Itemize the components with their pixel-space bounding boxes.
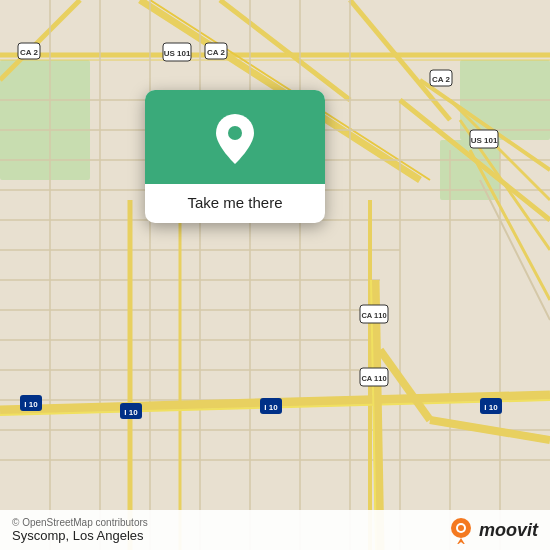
svg-text:I 10: I 10: [484, 403, 498, 412]
take-me-there-button[interactable]: Take me there: [187, 194, 282, 211]
svg-text:CA 2: CA 2: [432, 75, 450, 84]
svg-text:CA 110: CA 110: [361, 374, 386, 383]
map-background: US 101 CA 2 CA 2 CA 2 US 101 I 10 I 10 I…: [0, 0, 550, 550]
moovit-logo[interactable]: moovit: [447, 516, 538, 544]
map-pin-icon: [213, 112, 257, 166]
svg-text:I 10: I 10: [24, 400, 38, 409]
moovit-brand-text: moovit: [479, 520, 538, 541]
svg-rect-1: [0, 60, 90, 180]
moovit-icon: [447, 516, 475, 544]
popup-label[interactable]: Take me there: [145, 184, 325, 223]
svg-text:CA 110: CA 110: [361, 311, 386, 320]
bottom-bar: © OpenStreetMap contributors Syscomp, Lo…: [0, 510, 550, 550]
location-popup: Take me there: [145, 90, 325, 223]
svg-point-74: [458, 525, 464, 531]
svg-text:US 101: US 101: [164, 49, 191, 58]
map-container: US 101 CA 2 CA 2 CA 2 US 101 I 10 I 10 I…: [0, 0, 550, 550]
popup-header: [145, 90, 325, 184]
svg-text:CA 2: CA 2: [20, 48, 38, 57]
svg-text:US 101: US 101: [471, 136, 498, 145]
svg-text:I 10: I 10: [264, 403, 278, 412]
location-label: Syscomp, Los Angeles: [12, 528, 148, 543]
svg-text:I 10: I 10: [124, 408, 138, 417]
copyright-text: © OpenStreetMap contributors: [12, 517, 148, 528]
bottom-left-info: © OpenStreetMap contributors Syscomp, Lo…: [12, 517, 148, 543]
svg-point-71: [228, 126, 242, 140]
svg-text:CA 2: CA 2: [207, 48, 225, 57]
